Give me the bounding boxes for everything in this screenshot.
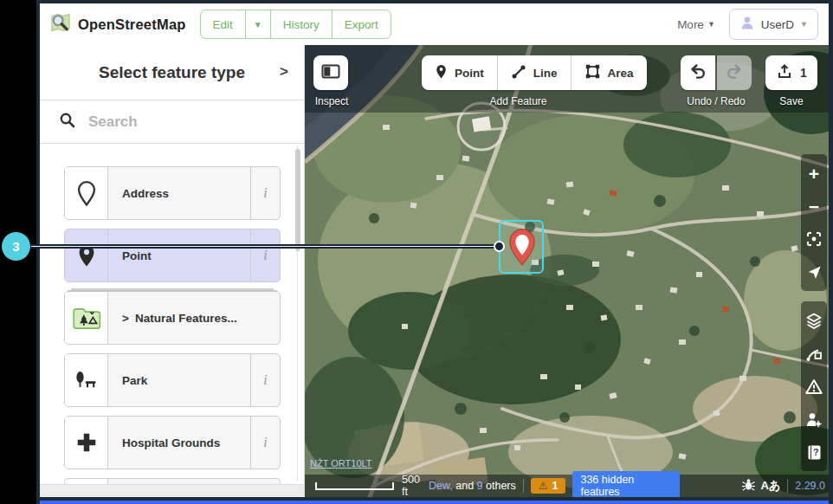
list-item-address[interactable]: Address i — [64, 166, 281, 220]
satellite-imagery — [305, 45, 829, 497]
info-button[interactable]: i — [250, 417, 280, 468]
pin-outline-icon — [65, 167, 108, 219]
divider — [787, 479, 788, 493]
export-button[interactable]: Export — [332, 10, 391, 38]
zoom-out-button[interactable]: − — [801, 190, 827, 223]
add-line-button[interactable]: Line — [497, 55, 571, 90]
report-translate-group: Aあ — [687, 466, 780, 497]
window-content: OpenStreetMap Edit ▼ History Export More… — [40, 3, 829, 497]
inspect-icon — [321, 63, 340, 83]
map-pin-icon — [506, 226, 539, 268]
area-icon — [584, 63, 601, 82]
app-body: Select feature type > — [40, 45, 829, 497]
translate-icon[interactable]: Aあ — [761, 478, 781, 494]
statusbar-right: Dew, and 9 others ⚠ 1 336 hidden feature… — [429, 466, 829, 497]
user-avatar-icon — [739, 15, 755, 34]
page-title: Select feature type — [99, 63, 245, 82]
add-point-button[interactable]: Point — [422, 55, 497, 90]
issues-count-badge[interactable]: ⚠ 1 — [531, 478, 566, 494]
contributors-text: Dew, and 9 others — [429, 480, 516, 492]
geolocate-button[interactable] — [801, 255, 827, 288]
background-settings-button[interactable] — [801, 304, 827, 337]
search-input[interactable] — [87, 113, 287, 132]
navbar-right: More ▼ UserD ▼ — [677, 9, 818, 40]
map-data-icon — [805, 345, 823, 362]
save-button[interactable]: 1 — [765, 55, 817, 90]
inspect-label: Inspect — [305, 95, 358, 107]
line-icon — [511, 64, 526, 82]
map-data-button[interactable] — [801, 337, 827, 370]
chevron-down-icon: ▼ — [800, 20, 808, 29]
undo-icon — [689, 62, 707, 83]
user-menu-button[interactable]: UserD ▼ — [729, 9, 818, 40]
warning-count: 1 — [552, 480, 559, 492]
others-count-link[interactable]: 9 — [477, 480, 483, 492]
sidebar: Select feature type > — [40, 45, 305, 497]
add-point-label: Point — [455, 67, 484, 80]
list-item-natural-features[interactable]: > Natural Features... — [64, 291, 281, 345]
history-button[interactable]: History — [270, 10, 332, 38]
redo-button[interactable] — [717, 55, 752, 90]
issues-button[interactable] — [801, 370, 827, 403]
inspect-button[interactable] — [313, 55, 348, 90]
zoom-in-button[interactable]: + — [801, 157, 827, 190]
sidebar-header: Select feature type > — [40, 45, 304, 100]
pin-filled-icon — [65, 229, 108, 281]
divider — [523, 479, 524, 493]
brand[interactable]: OpenStreetMap — [48, 11, 186, 38]
selected-feature-box[interactable] — [499, 220, 544, 274]
list-item-label: Address — [108, 167, 250, 219]
list-item-label: Park — [108, 354, 250, 406]
edit-button[interactable]: Edit — [201, 10, 245, 38]
undo-redo-label: Undo / Redo — [680, 95, 752, 107]
callout-line — [31, 244, 499, 249]
search-row — [40, 100, 304, 144]
hospital-cross-icon — [65, 417, 108, 468]
natural-features-folder-icon — [65, 292, 108, 344]
point-pin-icon — [435, 63, 448, 82]
zoom-to-selection-button[interactable] — [801, 223, 827, 255]
contributor-link[interactable]: Dew, — [429, 480, 453, 492]
collapse-sidebar-chevron[interactable]: > — [280, 63, 288, 81]
edit-dropdown-caret[interactable]: ▼ — [245, 10, 270, 38]
add-area-button[interactable]: Area — [571, 55, 647, 90]
warning-icon: ⚠ — [539, 480, 548, 492]
map-statusbar: 500 ft Dew, and 9 others ⚠ 1 336 hidden … — [305, 475, 829, 497]
info-button[interactable]: i — [250, 229, 280, 281]
bug-report-icon[interactable] — [687, 466, 756, 497]
redo-icon — [726, 62, 743, 83]
help-book-icon: ? — [807, 444, 822, 461]
map-canvas[interactable]: Inspect Point — [305, 45, 829, 497]
nav-button-group: Edit ▼ History Export — [200, 10, 391, 39]
more-menu[interactable]: More ▼ — [677, 18, 715, 31]
upload-icon — [776, 62, 793, 83]
list-item-park[interactable]: Park i — [64, 353, 281, 407]
and-text: and — [453, 480, 477, 492]
version-link[interactable]: 2.29.0 — [795, 480, 825, 492]
info-button[interactable]: i — [250, 354, 280, 406]
add-line-label: Line — [533, 67, 558, 80]
user-name: UserD — [761, 18, 794, 31]
imagery-attribution-link[interactable]: NŽT ORT10LT — [310, 458, 372, 468]
info-button[interactable]: i — [250, 167, 280, 219]
save-count-badge: 1 — [800, 66, 807, 80]
list-item-point[interactable]: Point i — [64, 229, 281, 282]
search-icon — [59, 112, 75, 132]
scrollbar-thumb[interactable] — [295, 149, 300, 251]
chevron-down-icon: ▼ — [707, 20, 715, 29]
list-item-hospital-grounds[interactable]: Hospital Grounds i — [64, 416, 281, 469]
brand-title: OpenStreetMap — [78, 16, 186, 33]
hidden-features-badge[interactable]: 336 hidden features — [572, 471, 680, 497]
help-button[interactable]: ? — [801, 436, 827, 468]
more-label: More — [677, 18, 704, 31]
undo-button[interactable] — [681, 55, 715, 90]
locate-arrow-icon — [806, 264, 823, 281]
callout-step-badge: 3 — [2, 232, 30, 261]
preferences-button[interactable] — [801, 403, 827, 436]
user-gear-icon — [805, 411, 823, 428]
others-text: others — [483, 480, 516, 492]
expand-chevron-icon: > — [122, 312, 129, 325]
map-tool-controls: ? — [801, 301, 827, 471]
add-feature-group: Point Line — [422, 55, 647, 90]
map-zoom-controls: + − — [801, 154, 827, 291]
